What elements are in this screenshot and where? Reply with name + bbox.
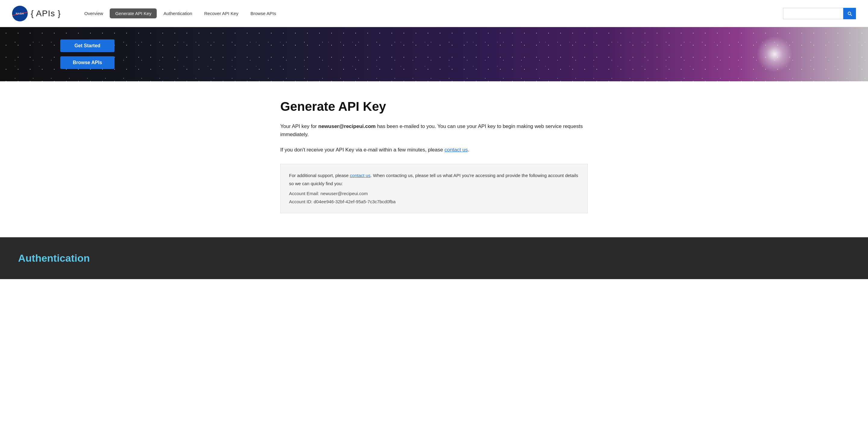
account-id: Account ID: d04ee946-32bf-42ef-95a5-7c3c…: [289, 198, 579, 206]
search-area: [783, 8, 856, 19]
contact-message: If you don't receive your API Key via e-…: [280, 146, 588, 154]
support-contact-link[interactable]: contact us: [350, 173, 370, 178]
logo-link[interactable]: { APIs }: [12, 6, 61, 21]
search-icon: [847, 11, 852, 16]
account-details: Account Email: newuser@recipeui.com Acco…: [289, 190, 579, 206]
support-box: For additional support, please contact u…: [280, 164, 588, 213]
nav-generate-api-key[interactable]: Generate API Key: [110, 8, 157, 19]
user-email: newuser@recipeui.com: [318, 124, 375, 129]
hero-banner: Get Started Browse APIs: [0, 27, 868, 81]
nav-authentication[interactable]: Authentication: [158, 8, 197, 19]
search-input[interactable]: [783, 8, 843, 19]
get-started-button[interactable]: Get Started: [60, 39, 115, 52]
nav-browse-apis[interactable]: Browse APIs: [245, 8, 281, 19]
footer-title: Authentication: [18, 252, 850, 264]
hero-buttons: Get Started Browse APIs: [60, 39, 115, 69]
support-prefix: For additional support, please: [289, 173, 350, 178]
main-nav: Overview Generate API Key Authentication…: [79, 8, 783, 19]
nav-recover-api-key[interactable]: Recover API Key: [199, 8, 244, 19]
contact-suffix: .: [468, 147, 469, 153]
browse-apis-button[interactable]: Browse APIs: [60, 56, 115, 69]
nasa-logo: [12, 6, 28, 21]
footer: Authentication: [0, 237, 868, 279]
main-content: Generate API Key Your API key for newuse…: [268, 81, 600, 237]
search-button[interactable]: [843, 8, 856, 19]
contact-prefix: If you don't receive your API Key via e-…: [280, 147, 444, 153]
nav-overview[interactable]: Overview: [79, 8, 109, 19]
header: { APIs } Overview Generate API Key Authe…: [0, 0, 868, 27]
contact-us-link[interactable]: contact us: [444, 147, 468, 153]
support-box-text: For additional support, please contact u…: [289, 171, 579, 188]
logo-text: { APIs }: [31, 9, 61, 19]
success-intro: Your API key for: [280, 124, 318, 129]
account-email: Account Email: newuser@recipeui.com: [289, 190, 579, 198]
page-title: Generate API Key: [280, 99, 588, 114]
success-message: Your API key for newuser@recipeui.com ha…: [280, 122, 588, 138]
